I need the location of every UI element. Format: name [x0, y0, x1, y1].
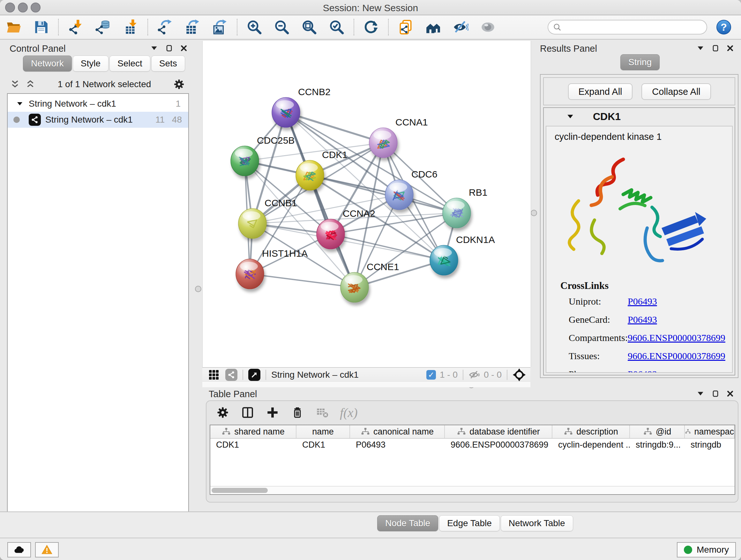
- export-table-button[interactable]: [183, 18, 202, 37]
- tab-sets[interactable]: Sets: [151, 56, 185, 71]
- help-button[interactable]: [716, 19, 731, 35]
- show-all-button: [479, 18, 497, 37]
- tab-node-table[interactable]: Node Table: [377, 515, 438, 531]
- edge-count: 48: [172, 115, 182, 125]
- expand-all-button[interactable]: Expand All: [568, 83, 632, 100]
- table-tab-strip: Node TableEdge TableNetwork Table: [0, 511, 741, 538]
- column-header-namespac[interactable]: namespac: [685, 425, 735, 438]
- crosslink-compartments-link[interactable]: 9606.ENSP00000378699: [628, 332, 725, 343]
- warnings-button[interactable]: [35, 542, 59, 557]
- network-node-rb1[interactable]: RB1: [443, 187, 487, 228]
- zoom-out-icon: [274, 19, 290, 35]
- network-node-hist1h1a[interactable]: HIST1H1A: [236, 248, 308, 289]
- zoom-selected-button[interactable]: [327, 18, 346, 37]
- crosslink-uniprot-link[interactable]: P06493: [628, 296, 657, 307]
- network-tree-selected-row[interactable]: String Network – cdk1 11 48: [8, 112, 188, 128]
- table-panel-close-icon[interactable]: [726, 390, 734, 397]
- results-panel-close-icon[interactable]: [726, 44, 734, 52]
- window-title: Session: New Session: [0, 3, 741, 13]
- column-header-shared-name[interactable]: shared name: [210, 425, 296, 438]
- zoom-out-button[interactable]: [273, 18, 291, 37]
- crosslink-pharos-link[interactable]: P06493: [628, 369, 657, 373]
- save-session-button[interactable]: [32, 18, 51, 37]
- selected-node-edge-counts: 1 - 0: [440, 370, 458, 380]
- refresh-view-button[interactable]: [362, 18, 381, 37]
- control-panel-menu-icon[interactable]: [150, 44, 158, 52]
- import-table-from-file-button[interactable]: [121, 18, 140, 37]
- selected-checkbox[interactable]: ✓: [426, 370, 436, 380]
- control-panel-title: Control Panel: [10, 44, 66, 54]
- zoom-fit-content-button[interactable]: [300, 18, 319, 37]
- first-neighbors-button[interactable]: [424, 18, 442, 37]
- node-label-rb1: RB1: [469, 187, 487, 198]
- control-panel-close-icon[interactable]: [180, 44, 188, 52]
- current-network-name: String Network – cdk1: [271, 370, 359, 380]
- delete-column-button[interactable]: [290, 405, 305, 420]
- table-toolbar: f(x): [206, 401, 738, 424]
- column-label: name: [312, 427, 334, 437]
- collapse-all-button[interactable]: Collapse All: [642, 83, 711, 100]
- column-header-database-identifier[interactable]: database identifier: [445, 425, 552, 438]
- column-header-description[interactable]: description: [552, 425, 630, 438]
- new-network-from-selection-button[interactable]: [396, 18, 415, 37]
- table-panel-float-icon[interactable]: [712, 390, 719, 397]
- node-label-cdk1: CDK1: [322, 149, 347, 160]
- import-network-from-file-button[interactable]: [66, 18, 85, 37]
- add-column-button[interactable]: [265, 405, 280, 420]
- crosslink-genecard-link[interactable]: P06493: [628, 314, 657, 325]
- hidden-eye-slash-icon[interactable]: [468, 369, 480, 381]
- tab-style[interactable]: Style: [73, 56, 109, 71]
- network-node-cdkn1a[interactable]: CDKN1A: [430, 234, 495, 275]
- section-collapse-icon[interactable]: [566, 112, 575, 121]
- column-header-canonical-name[interactable]: canonical name: [350, 425, 445, 438]
- tree-expander-icon[interactable]: [16, 100, 23, 108]
- network-table-splitter[interactable]: [202, 381, 530, 387]
- left-splitter-handle[interactable]: [195, 286, 201, 292]
- crosslink-label: Uniprot:: [569, 296, 628, 307]
- tab-edge-table[interactable]: Edge Table: [439, 515, 500, 531]
- memory-button[interactable]: Memory: [677, 542, 736, 557]
- fit-selected-crosshair-icon[interactable]: [513, 368, 526, 381]
- open-session-button[interactable]: [4, 18, 23, 37]
- table-hscrollbar-thumb[interactable]: [212, 488, 268, 493]
- protein-name: CDK1: [593, 111, 621, 123]
- table-hscrollbar[interactable]: [210, 486, 735, 494]
- table-settings-button[interactable]: [215, 405, 230, 420]
- column-header--id[interactable]: @id: [630, 425, 685, 438]
- tab-select[interactable]: Select: [110, 56, 150, 71]
- network-panel-gear-icon[interactable]: [173, 78, 185, 90]
- tab-network-table[interactable]: Network Table: [501, 515, 573, 531]
- control-panel: Control Panel NetworkStyleSelectSets 1 o…: [4, 41, 191, 538]
- protein-section-header[interactable]: CDK1: [544, 108, 735, 125]
- zoom-in-button[interactable]: [245, 18, 264, 37]
- cloud-button[interactable]: [7, 542, 31, 557]
- export-image-button[interactable]: [211, 18, 229, 37]
- memory-status-dot: [684, 546, 692, 554]
- tab-network[interactable]: Network: [23, 56, 72, 71]
- expand-all-icon[interactable]: [25, 79, 36, 90]
- table-panel-menu-icon[interactable]: [696, 389, 704, 398]
- tree-column-icon: [221, 427, 231, 436]
- results-panel-float-icon[interactable]: [712, 44, 719, 52]
- hide-selected-button[interactable]: [451, 18, 470, 37]
- import-network-from-database-button[interactable]: [94, 18, 112, 37]
- column-header-name[interactable]: name: [296, 425, 350, 438]
- network-node-ccna1[interactable]: CCNA1: [369, 117, 428, 158]
- table-row[interactable]: CDK1CDK1P064939606.ENSP00000378699cyclin…: [210, 439, 735, 451]
- birds-eye-view-icon[interactable]: [208, 369, 219, 381]
- search-icon: [553, 23, 562, 32]
- node-count: 11: [155, 115, 165, 125]
- detach-view-icon[interactable]: [248, 369, 260, 381]
- network-tree-root-row[interactable]: String Network – cdk1 1: [8, 96, 188, 112]
- show-columns-button[interactable]: [240, 405, 255, 420]
- export-network-button[interactable]: [156, 18, 174, 37]
- tab-string[interactable]: String: [620, 54, 660, 70]
- search-input[interactable]: [548, 20, 707, 35]
- collapse-all-icon[interactable]: [10, 79, 20, 90]
- results-panel-menu-icon[interactable]: [696, 44, 704, 52]
- crosslink-tissues-link[interactable]: 9606.ENSP00000378699: [628, 351, 725, 361]
- network-canvas[interactable]: CCNB2CCNA1CDC25BCDK1CDC6RB1CCNB1CCNA2CDK…: [202, 41, 531, 367]
- control-panel-float-icon[interactable]: [165, 44, 173, 52]
- network-badge-icon[interactable]: [225, 369, 238, 381]
- toolbar-buttons: [0, 18, 502, 37]
